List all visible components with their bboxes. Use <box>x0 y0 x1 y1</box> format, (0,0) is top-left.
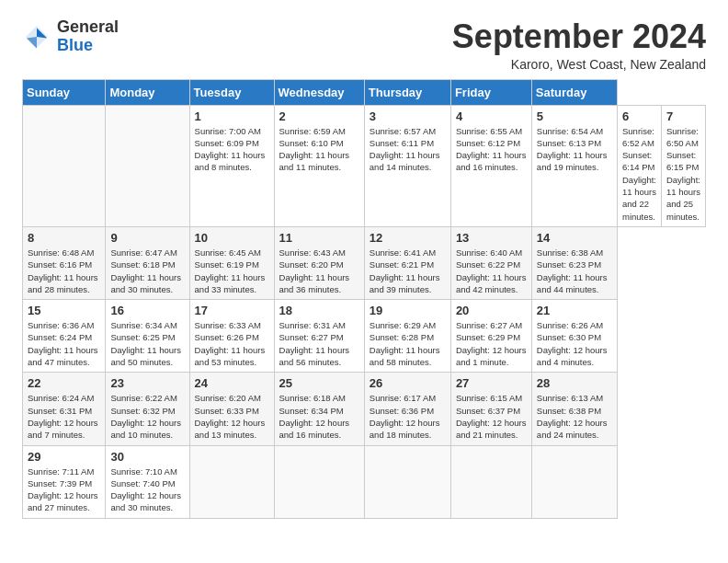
day-number-16: 16 <box>110 304 184 317</box>
day-number-5: 5 <box>537 109 612 123</box>
day-cell-28: 28Sunrise: 6:13 AMSunset: 6:38 PMDayligh… <box>531 373 617 445</box>
day-cell-14: 14Sunrise: 6:38 AMSunset: 6:23 PMDayligh… <box>531 226 617 299</box>
week-row-1: 1Sunrise: 7:00 AMSunset: 6:09 PMDaylight… <box>23 105 706 226</box>
day-info-27: Sunrise: 6:15 AMSunset: 6:37 PMDaylight:… <box>456 392 527 441</box>
day-number-4: 4 <box>456 109 527 123</box>
day-cell-19: 19Sunrise: 6:29 AMSunset: 6:28 PMDayligh… <box>364 300 450 373</box>
day-cell-7: 7Sunrise: 6:50 AMSunset: 6:15 PMDaylight… <box>661 105 705 226</box>
weekday-header-sunday: Sunday <box>23 79 106 105</box>
week-row-3: 15Sunrise: 6:36 AMSunset: 6:24 PMDayligh… <box>23 300 706 373</box>
day-info-17: Sunrise: 6:33 AMSunset: 6:26 PMDaylight:… <box>195 319 269 368</box>
weekday-header-wednesday: Wednesday <box>274 79 364 105</box>
day-cell-23: 23Sunrise: 6:22 AMSunset: 6:32 PMDayligh… <box>106 373 189 445</box>
day-info-9: Sunrise: 6:47 AMSunset: 6:18 PMDaylight:… <box>110 247 184 295</box>
day-number-13: 13 <box>456 231 527 245</box>
day-cell-12: 12Sunrise: 6:41 AMSunset: 6:21 PMDayligh… <box>364 226 450 299</box>
day-number-18: 18 <box>279 304 359 317</box>
month-title: September 2024 <box>452 18 706 55</box>
day-number-10: 10 <box>195 231 269 245</box>
logo-blue: Blue <box>57 37 119 55</box>
day-number-8: 8 <box>28 231 100 245</box>
weekday-header-friday: Friday <box>450 79 531 105</box>
day-info-12: Sunrise: 6:41 AMSunset: 6:21 PMDaylight:… <box>370 247 446 295</box>
empty-cell <box>274 445 364 518</box>
day-number-1: 1 <box>195 109 269 123</box>
day-info-2: Sunrise: 6:59 AMSunset: 6:10 PMDaylight:… <box>279 125 359 174</box>
day-number-19: 19 <box>370 304 446 317</box>
weekday-header-tuesday: Tuesday <box>189 79 274 105</box>
day-number-29: 29 <box>28 450 100 464</box>
empty-cell <box>106 105 189 226</box>
day-cell-27: 27Sunrise: 6:15 AMSunset: 6:37 PMDayligh… <box>450 373 531 445</box>
day-cell-9: 9Sunrise: 6:47 AMSunset: 6:18 PMDaylight… <box>106 226 189 299</box>
day-number-26: 26 <box>370 376 446 390</box>
day-number-6: 6 <box>622 109 656 123</box>
day-info-22: Sunrise: 6:24 AMSunset: 6:31 PMDaylight:… <box>28 392 100 441</box>
day-number-11: 11 <box>279 231 359 245</box>
empty-cell <box>23 105 106 226</box>
day-cell-17: 17Sunrise: 6:33 AMSunset: 6:26 PMDayligh… <box>189 300 274 373</box>
day-cell-5: 5Sunrise: 6:54 AMSunset: 6:13 PMDaylight… <box>531 105 617 226</box>
week-row-4: 22Sunrise: 6:24 AMSunset: 6:31 PMDayligh… <box>23 373 706 445</box>
day-info-13: Sunrise: 6:40 AMSunset: 6:22 PMDaylight:… <box>456 247 527 295</box>
day-cell-13: 13Sunrise: 6:40 AMSunset: 6:22 PMDayligh… <box>450 226 531 299</box>
day-cell-10: 10Sunrise: 6:45 AMSunset: 6:19 PMDayligh… <box>189 226 274 299</box>
day-info-29: Sunrise: 7:11 AMSunset: 7:39 PMDaylight:… <box>28 465 100 514</box>
day-info-23: Sunrise: 6:22 AMSunset: 6:32 PMDaylight:… <box>110 392 184 441</box>
day-info-3: Sunrise: 6:57 AMSunset: 6:11 PMDaylight:… <box>370 125 446 174</box>
week-row-5: 29Sunrise: 7:11 AMSunset: 7:39 PMDayligh… <box>23 445 706 518</box>
subtitle: Karoro, West Coast, New Zealand <box>452 57 706 72</box>
day-info-8: Sunrise: 6:48 AMSunset: 6:16 PMDaylight:… <box>28 247 100 295</box>
day-info-25: Sunrise: 6:18 AMSunset: 6:34 PMDaylight:… <box>279 392 359 441</box>
empty-cell <box>531 445 617 518</box>
day-info-21: Sunrise: 6:26 AMSunset: 6:30 PMDaylight:… <box>537 319 612 368</box>
logo: General Blue <box>22 18 119 55</box>
svg-marker-2 <box>27 37 37 49</box>
day-info-26: Sunrise: 6:17 AMSunset: 6:36 PMDaylight:… <box>370 392 446 441</box>
day-info-16: Sunrise: 6:34 AMSunset: 6:25 PMDaylight:… <box>110 319 184 368</box>
day-number-7: 7 <box>666 109 700 123</box>
day-info-10: Sunrise: 6:45 AMSunset: 6:19 PMDaylight:… <box>195 247 269 295</box>
day-cell-22: 22Sunrise: 6:24 AMSunset: 6:31 PMDayligh… <box>23 373 106 445</box>
day-cell-2: 2Sunrise: 6:59 AMSunset: 6:10 PMDaylight… <box>274 105 364 226</box>
day-info-1: Sunrise: 7:00 AMSunset: 6:09 PMDaylight:… <box>195 125 269 174</box>
day-info-30: Sunrise: 7:10 AMSunset: 7:40 PMDaylight:… <box>110 465 184 514</box>
day-number-24: 24 <box>195 376 269 390</box>
day-cell-16: 16Sunrise: 6:34 AMSunset: 6:25 PMDayligh… <box>106 300 189 373</box>
day-number-30: 30 <box>110 450 184 464</box>
day-cell-20: 20Sunrise: 6:27 AMSunset: 6:29 PMDayligh… <box>450 300 531 373</box>
day-number-12: 12 <box>370 231 446 245</box>
weekday-header-row: SundayMondayTuesdayWednesdayThursdayFrid… <box>23 79 706 105</box>
day-cell-21: 21Sunrise: 6:26 AMSunset: 6:30 PMDayligh… <box>531 300 617 373</box>
day-number-25: 25 <box>279 376 359 390</box>
weekday-header-thursday: Thursday <box>364 79 450 105</box>
day-number-9: 9 <box>110 231 184 245</box>
weekday-header-monday: Monday <box>106 79 189 105</box>
day-number-3: 3 <box>370 109 446 123</box>
empty-cell <box>364 445 450 518</box>
day-info-6: Sunrise: 6:52 AMSunset: 6:14 PMDaylight:… <box>622 125 656 223</box>
day-info-4: Sunrise: 6:55 AMSunset: 6:12 PMDaylight:… <box>456 125 527 174</box>
day-number-28: 28 <box>537 376 612 390</box>
day-cell-15: 15Sunrise: 6:36 AMSunset: 6:24 PMDayligh… <box>23 300 106 373</box>
day-cell-25: 25Sunrise: 6:18 AMSunset: 6:34 PMDayligh… <box>274 373 364 445</box>
day-info-11: Sunrise: 6:43 AMSunset: 6:20 PMDaylight:… <box>279 247 359 295</box>
empty-cell <box>450 445 531 518</box>
day-info-5: Sunrise: 6:54 AMSunset: 6:13 PMDaylight:… <box>537 125 612 174</box>
day-cell-3: 3Sunrise: 6:57 AMSunset: 6:11 PMDaylight… <box>364 105 450 226</box>
day-info-7: Sunrise: 6:50 AMSunset: 6:15 PMDaylight:… <box>666 125 700 223</box>
day-info-28: Sunrise: 6:13 AMSunset: 6:38 PMDaylight:… <box>537 392 612 441</box>
day-cell-24: 24Sunrise: 6:20 AMSunset: 6:33 PMDayligh… <box>189 373 274 445</box>
day-cell-29: 29Sunrise: 7:11 AMSunset: 7:39 PMDayligh… <box>23 445 106 518</box>
week-row-2: 8Sunrise: 6:48 AMSunset: 6:16 PMDaylight… <box>23 226 706 299</box>
day-number-21: 21 <box>537 304 612 317</box>
day-info-14: Sunrise: 6:38 AMSunset: 6:23 PMDaylight:… <box>537 247 612 295</box>
day-cell-11: 11Sunrise: 6:43 AMSunset: 6:20 PMDayligh… <box>274 226 364 299</box>
day-number-17: 17 <box>195 304 269 317</box>
day-info-18: Sunrise: 6:31 AMSunset: 6:27 PMDaylight:… <box>279 319 359 368</box>
logo-text: General Blue <box>57 18 119 55</box>
day-cell-18: 18Sunrise: 6:31 AMSunset: 6:27 PMDayligh… <box>274 300 364 373</box>
day-number-15: 15 <box>28 304 100 317</box>
empty-cell <box>189 445 274 518</box>
day-cell-1: 1Sunrise: 7:00 AMSunset: 6:09 PMDaylight… <box>189 105 274 226</box>
